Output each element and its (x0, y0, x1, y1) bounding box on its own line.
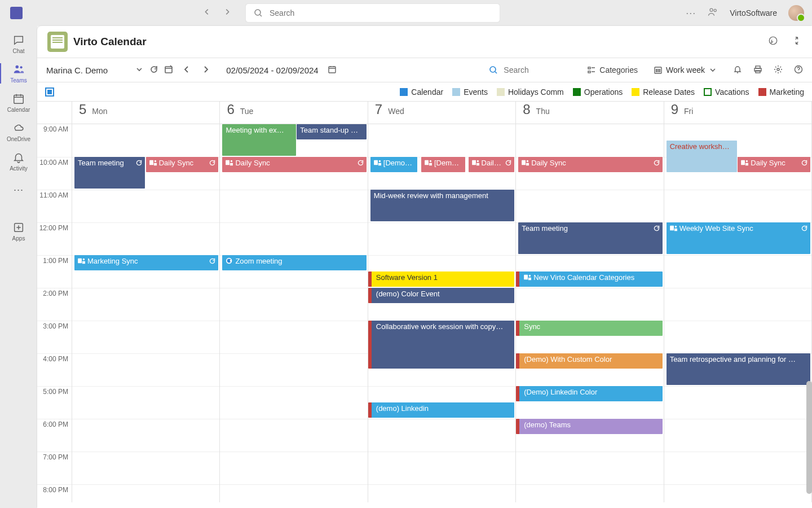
next-week-icon[interactable] (201, 65, 210, 76)
global-search[interactable] (246, 4, 500, 22)
notifications-icon[interactable] (733, 65, 742, 76)
refresh-icon[interactable] (149, 65, 158, 76)
settings-icon[interactable] (774, 65, 783, 76)
svg-rect-19 (756, 71, 760, 73)
help-icon[interactable] (794, 65, 803, 76)
today-icon[interactable] (164, 65, 173, 76)
legend-label: Marketing (770, 87, 804, 97)
event--demo-color-event[interactable]: (demo) Color Event (368, 288, 514, 303)
svg-point-41 (746, 160, 748, 162)
teams-meeting-icon (524, 274, 532, 281)
event--demo-linkedin-color[interactable]: (Demo) Linkedin Color (516, 386, 662, 401)
legend-release-dates[interactable]: Release Dates (632, 87, 695, 97)
day-header-mon[interactable]: 5Mon (72, 102, 220, 124)
legend-swatch (573, 88, 581, 96)
event--demo-[interactable]: [Demo… (370, 157, 418, 172)
day-header-fri[interactable]: 9Fri (664, 102, 812, 124)
event--demo-[interactable]: [Demo… (421, 157, 465, 172)
event-team-meeting[interactable]: Team meeting (74, 157, 145, 189)
event-team-retrospective-and-plannin[interactable]: Team retrospective and planning for … (667, 353, 810, 385)
recurring-icon (135, 159, 143, 167)
event-meeting-with-ex-[interactable]: Meeting with ex… (222, 124, 296, 156)
legend-swatch (497, 88, 505, 96)
svg-rect-38 (524, 275, 528, 280)
apps-icon (12, 221, 25, 234)
svg-point-33 (430, 160, 431, 162)
rail-more[interactable]: ··· (14, 178, 24, 201)
more-options-icon[interactable]: ··· (686, 7, 696, 19)
event-title: [Demo… (383, 159, 412, 167)
event-marketing-sync[interactable]: Marketing Sync (74, 255, 218, 270)
event-daily-sync[interactable]: Daily Sync (518, 157, 662, 172)
event-daily-sync[interactable]: Daily Sync (222, 157, 366, 172)
selector-chevron-icon[interactable] (135, 65, 144, 76)
datepicker-icon[interactable] (328, 65, 337, 76)
calendar-search-input[interactable] (504, 65, 571, 75)
event--demo-linkedin[interactable]: (demo) Linkedin (368, 402, 514, 418)
event-title: Daily Sync (235, 159, 270, 167)
svg-rect-8 (165, 67, 172, 73)
rail-onedrive[interactable]: OneDrive (0, 117, 37, 147)
event-team-meeting[interactable]: Team meeting (518, 222, 662, 254)
prev-week-icon[interactable] (182, 65, 191, 76)
user-name-label: VirtoSoftware (730, 8, 777, 17)
event-weekly-web-site-sync[interactable]: Weekly Web Site Sync (667, 222, 810, 254)
svg-point-25 (83, 259, 85, 260)
day-header-thu[interactable]: 8Thu (516, 102, 664, 124)
event-dail-[interactable]: Dail… (469, 157, 515, 172)
event-sync[interactable]: Sync (516, 321, 662, 336)
teams-titlebar: ··· VirtoSoftware (0, 0, 812, 26)
calendar-body[interactable]: 9:00 AM10:00 AM11:00 AM12:00 PM1:00 PM2:… (37, 124, 812, 502)
forward-icon[interactable] (223, 8, 231, 18)
event-zoom-meeting[interactable]: Zoom meeting (222, 255, 366, 270)
back-icon[interactable] (203, 8, 211, 18)
event-mid-week-review-with-managemen[interactable]: Mid-week review with management (370, 190, 514, 221)
rail-calendar[interactable]: Calendar (0, 88, 37, 117)
legend-calendar[interactable]: Calendar (400, 87, 443, 97)
event-daily-sync[interactable]: Daily Sync (738, 157, 810, 172)
svg-rect-30 (374, 160, 378, 165)
svg-rect-5 (14, 95, 24, 104)
legend-vacations[interactable]: Vacations (704, 87, 749, 97)
rail-apps[interactable]: Apps (0, 217, 37, 246)
legend-holidays-comm[interactable]: Holidays Comm (497, 87, 564, 97)
day-header-wed[interactable]: 7Wed (368, 102, 516, 124)
people-icon[interactable] (707, 6, 718, 20)
event-daily-sync[interactable]: Daily Sync (146, 157, 219, 172)
event-team-stand-up-[interactable]: Team stand-up … (297, 124, 366, 139)
event--demo-with-custom-color[interactable]: (Demo) With Custom Color (516, 353, 662, 369)
svg-rect-24 (78, 259, 82, 264)
day-header-tue[interactable]: 6Tue (220, 102, 368, 124)
calendar-icon (12, 93, 25, 105)
svg-rect-22 (149, 160, 153, 165)
scrollbar-thumb[interactable] (806, 381, 812, 494)
time-label: 4:00 PM (37, 353, 72, 386)
history-nav (203, 8, 231, 18)
event-software-version-1[interactable]: Software Version 1 (368, 271, 514, 287)
legend-swatch (758, 88, 766, 96)
teams-meeting-icon (149, 159, 157, 166)
legend-operations[interactable]: Operations (573, 87, 623, 97)
select-all-checkbox[interactable] (45, 87, 54, 97)
categories-button[interactable]: Categories (587, 65, 638, 75)
rail-chat[interactable]: Chat (0, 29, 37, 59)
event-new-virto-calendar-categories[interactable]: New Virto Calendar Categories (516, 271, 662, 287)
legend-row: CalendarEventsHolidays CommOperationsRel… (37, 82, 812, 102)
svg-rect-16 (659, 69, 660, 72)
chat-bubble-icon[interactable] (768, 36, 778, 48)
event-creative-worksh-[interactable]: Creative worksh… (667, 141, 737, 172)
calendar-search[interactable] (489, 65, 571, 75)
rail-teams[interactable]: Teams (0, 59, 37, 88)
legend-marketing[interactable]: Marketing (758, 87, 804, 97)
user-avatar[interactable] (788, 5, 804, 21)
calendar-selector-name[interactable]: Marina C. Demo (46, 65, 108, 75)
collapse-icon[interactable] (792, 36, 802, 48)
event--demo-teams[interactable]: (demo) Teams (516, 419, 662, 434)
global-search-input[interactable] (270, 8, 492, 17)
legend-events[interactable]: Events (452, 87, 488, 97)
rail-activity[interactable]: Activity (0, 147, 37, 176)
event-collaborative-work-session-wit[interactable]: Collaborative work session with copy… (368, 321, 514, 369)
print-icon[interactable] (753, 65, 762, 76)
day-number: 6 (227, 102, 234, 117)
view-mode-button[interactable]: Work week (654, 65, 717, 75)
